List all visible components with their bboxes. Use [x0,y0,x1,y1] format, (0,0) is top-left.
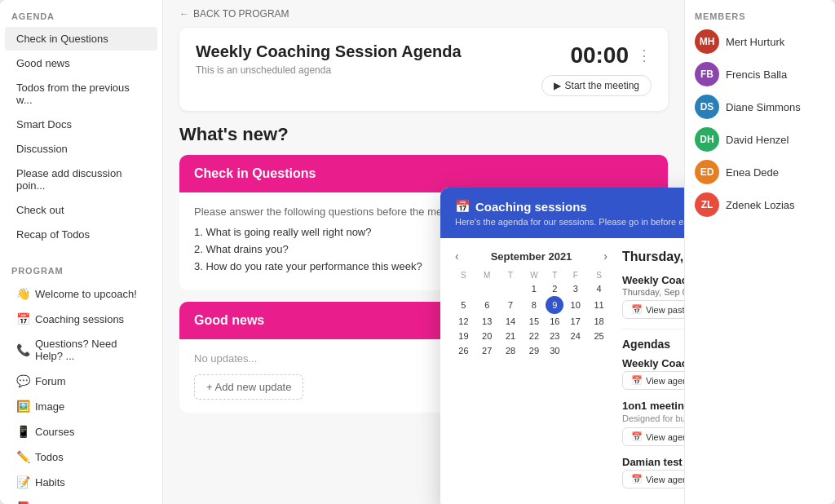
cal-day-header: T [499,269,523,281]
member-avatar: DH [695,127,719,152]
whats-new-title: What's new? [179,124,668,145]
sidebar-program-item[interactable]: 📕Smart Docs [5,495,157,504]
cal-day-cell[interactable]: 17 [563,314,587,329]
cal-day-cell[interactable]: 20 [475,329,499,343]
cal-day-cell [563,343,587,358]
cal-day-header: S [452,269,475,281]
cal-day-header: W [522,269,546,281]
sidebar-program-item[interactable]: 📞Questions? Need Help? ... [5,332,157,368]
start-meeting-button[interactable]: ▶ Start the meeting [541,75,652,96]
program-label: Courses [35,426,74,438]
cal-day-cell[interactable]: 5 [452,296,475,314]
cal-day-cell[interactable]: 13 [475,314,499,329]
cal-day-cell[interactable]: 1 [522,281,546,296]
cal-day-cell[interactable]: 15 [522,314,546,329]
back-label: BACK TO PROGRAM [193,8,289,20]
cal-day-cell[interactable]: 28 [499,343,523,358]
cal-day-header: M [475,269,499,281]
cal-day-cell[interactable]: 26 [452,343,475,358]
sidebar-agenda-item[interactable]: Good news [5,51,157,75]
cal-day-cell[interactable]: 7 [499,296,523,314]
start-meeting-label: Start the meeting [565,80,639,91]
view-agenda-button[interactable]: 📅 View agenda [622,470,684,489]
cal-day-cell[interactable]: 4 [587,281,611,296]
view-agenda-button[interactable]: 📅 View agenda [622,427,684,446]
cal-day-cell[interactable]: 16 [546,314,563,329]
program-emoji: 📝 [16,475,30,489]
sidebar-agenda-item[interactable]: Smart Docs [5,113,157,136]
cal-day-cell[interactable]: 21 [499,329,523,343]
agenda-card-right: 00:00 ⋮ ▶ Start the meeting [541,42,652,96]
program-emoji: 📱 [16,425,30,438]
add-update-button[interactable]: + Add new update [194,374,303,400]
member-avatar: FB [695,62,719,86]
cal-day-cell [587,343,611,358]
program-label: Coaching sessions [35,313,124,325]
main-content: ← BACK TO PROGRAM Weekly Coaching Sessio… [163,0,684,504]
members-list: MH Mert Hurturk FB Frencis Balla DS Dian… [695,29,825,217]
program-label: Forum [35,375,66,387]
cal-day-cell[interactable]: 6 [475,296,499,314]
member-item: MH Mert Hurturk [695,29,825,54]
cal-day-cell[interactable]: 19 [452,329,475,343]
coaching-calendar-emoji: 📅 [455,199,471,214]
agenda-card-left: Weekly Coaching Session Agenda This is a… [196,42,462,76]
cal-day-cell[interactable]: 22 [522,329,546,343]
view-agenda-label: View agenda [646,475,684,484]
cal-day-cell[interactable]: 8 [522,296,546,314]
cal-day-cell[interactable]: 30 [546,343,563,358]
cal-day-cell[interactable]: 27 [475,343,499,358]
cal-day-cell[interactable]: 29 [522,343,546,358]
agenda-sub-name: 1on1 meeting [622,400,684,412]
sidebar-agenda-item[interactable]: Check out [5,198,157,222]
sidebar-agenda-item[interactable]: Please add discussion poin... [5,161,157,197]
sidebar-program-item[interactable]: 🖼️Image [5,394,157,418]
sidebar-agenda-item[interactable]: Recap of Todos [5,223,157,246]
sidebar-program-item[interactable]: 📝Habits [5,470,157,494]
cal-day-cell[interactable]: 11 [587,296,611,314]
more-options-icon[interactable]: ⋮ [637,46,652,64]
day-title: Thursday, Sep 09 [622,250,684,264]
sidebar-program-item[interactable]: 📱Courses [5,419,157,444]
cal-day-cell[interactable]: 12 [452,314,475,329]
next-month-button[interactable]: › [600,250,611,263]
cal-day-cell[interactable]: 2 [546,281,563,296]
sidebar-agenda-item[interactable]: Todos from the previous w... [5,76,157,112]
sidebar-program-item[interactable]: 👋Welcome to upcoach! [5,281,157,306]
view-agenda-button[interactable]: 📅 View agenda [622,371,684,390]
cal-day-cell[interactable]: 3 [563,281,587,296]
cal-day-cell[interactable]: 14 [499,314,523,329]
program-label: Smart Docs [35,502,91,505]
cal-day-cell[interactable]: 9 [546,296,563,314]
view-past-agenda-button[interactable]: 📅 View past agenda [622,300,684,319]
coaching-overlay-title: Coaching sessions [475,200,587,214]
agenda-sub-item: 1on1 meeting Designed for business 1on1 … [622,400,684,446]
agenda-section-title: AGENDA [0,0,162,26]
session-name: Weekly Coaching Session Agenda [622,274,684,286]
sidebar-program-item[interactable]: 📅Coaching sessions [5,307,157,331]
cal-day-cell[interactable]: 23 [546,329,563,343]
program-label: Todos [35,451,64,463]
sidebar-agenda-item[interactable]: Discussion [5,137,157,161]
sidebar-program-item[interactable]: 💬Forum [5,369,157,393]
good-news-title: Good news [194,313,264,327]
sidebar: AGENDA Check in QuestionsGood newsTodos … [0,0,163,504]
back-bar[interactable]: ← BACK TO PROGRAM [163,0,684,28]
program-label: Questions? Need Help? ... [35,338,146,362]
cal-day-cell[interactable]: 18 [587,314,611,329]
agenda-sub-item: Damian test 📅 View agenda [622,456,684,489]
sidebar-agenda-item[interactable]: Check in Questions [5,27,157,51]
coaching-overlay-body: ‹ September 2021 › SMTWTFS12345678910111… [440,238,684,504]
cal-day-cell[interactable]: 25 [587,329,611,343]
sidebar-program-item[interactable]: ✏️Todos [5,444,157,469]
coaching-overlay-header: 📅 Coaching sessions Here's the agenda fo… [440,188,684,238]
agendas-list: Weekly Coaching Session Agenda 📅 View ag… [622,357,684,489]
cal-day-cell[interactable]: 24 [563,329,587,343]
cal-day-cell[interactable]: 10 [563,296,587,314]
prev-month-button[interactable]: ‹ [452,250,462,263]
member-name: Enea Dede [726,166,779,179]
cal-day-header: T [546,269,563,281]
program-emoji: 👋 [16,287,30,300]
view-past-label: View past agenda [646,305,684,315]
right-panel: MEMBERS MH Mert Hurturk FB Frencis Balla… [684,0,835,504]
